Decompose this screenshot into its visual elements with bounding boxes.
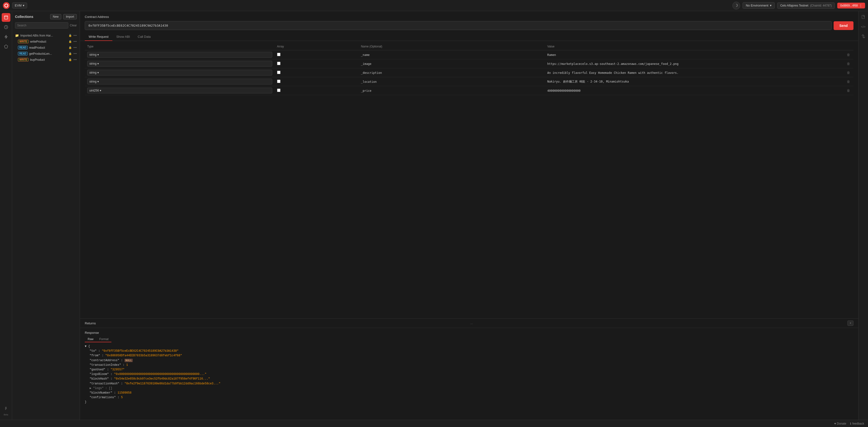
array-checkbox[interactable] [277,53,280,56]
new-button[interactable]: New [50,14,61,20]
type-select[interactable]: uint256 ▾ [87,88,272,93]
sidebar-item-diamond[interactable] [2,42,10,51]
item-more-icon[interactable]: ••• [73,46,77,50]
item-more-icon[interactable]: ••• [73,58,77,62]
list-item[interactable]: WRITE buyProduct 🔒 ••• [12,57,80,63]
item-name: getProductsLen... [29,52,67,56]
donate-heart-icon: ♥ [834,422,836,425]
evm-selector[interactable]: EVM ▾ [12,2,27,8]
content-scrollable: Type Array Name (Optional) Value [80,41,858,420]
param-value-input[interactable] [547,53,841,57]
table-row: string ▾ _image 🗑 [85,59,854,68]
contract-address-row: Send [85,21,854,30]
delete-row-button[interactable]: 🗑 [846,52,851,57]
table-row: string ▾ _description 🗑 [85,68,854,77]
tab-write-request[interactable]: Write Request [85,33,113,41]
chain-id: (ChainId: 44787) [810,4,832,7]
response-label: Response [85,331,854,334]
param-value-input[interactable] [547,71,841,74]
wallet-button[interactable]: 0x8869...4f68 ⋮ [837,3,865,8]
col-value: Value [545,43,843,51]
file-icon[interactable] [860,13,867,21]
contract-address-section: Contract Address Send [80,11,858,33]
returns-label: Returns [85,322,96,325]
clear-button[interactable]: Clear [70,24,77,27]
lock-icon: 🔒 [68,34,72,37]
tab-call-data[interactable]: Call Data [134,33,155,41]
item-lock-icon: 🔒 [68,40,72,43]
chevron-down-icon: ▾ [97,80,99,83]
feedback-link[interactable]: ℹ feedback [850,422,864,425]
evm-chevron: ▾ [23,4,25,7]
collection-group: 📁 Imported ABIs from Har... 🔒 ••• WRITE … [12,31,80,64]
list-item[interactable]: READ getProductsLen... 🔒 ••• [12,51,80,57]
type-select[interactable]: string ▾ [87,52,272,58]
param-value-input[interactable] [547,89,841,93]
app-logo [3,2,10,9]
item-lock-icon: 🔒 [68,46,72,49]
sidebar-item-collections[interactable] [2,13,10,22]
collections-header: Collections New Import [12,11,80,21]
search-input[interactable] [15,22,68,29]
main-content: Contract Address Send Write Request Show… [80,11,858,420]
svg-marker-5 [5,35,7,38]
evm-label: EVM [15,4,22,7]
env-label: No Environment [746,4,768,7]
response-tab-format[interactable]: Format [96,336,112,342]
item-more-icon[interactable]: ••• [73,52,77,56]
environment-selector[interactable]: No Environment ▾ [743,2,775,9]
search-row: Clear [12,21,80,31]
feedback-label: feedback [852,422,864,425]
list-item[interactable]: READ readProduct 🔒 ••• [12,44,80,51]
response-tab-raw[interactable]: Raw [85,336,96,342]
array-checkbox[interactable] [277,89,280,92]
col-array: Array [275,43,359,51]
donate-label: Donate [837,422,846,425]
import-button[interactable]: Import [63,14,77,20]
response-tabs: Raw Format [85,336,112,342]
type-select[interactable]: string ▾ [87,70,272,75]
type-select[interactable]: string ▾ [87,79,272,85]
collection-group-header[interactable]: 📁 Imported ABIs from Har... 🔒 ••• [12,32,80,38]
param-name: _price [361,89,371,93]
donate-link[interactable]: ♥ Donate [834,422,846,425]
delete-row-button[interactable]: 🗑 [846,70,851,75]
send-button[interactable]: Send [834,21,854,30]
chevron-down-icon: ▾ [97,62,99,65]
array-checkbox[interactable] [277,79,280,83]
tab-show-abi[interactable]: Show ABI [113,33,134,41]
sidebar-item-flash[interactable] [2,32,10,41]
item-name: buyProduct [30,58,67,62]
params-section: Type Array Name (Optional) Value [80,41,858,318]
array-checkbox[interactable] [277,62,280,65]
delete-row-button[interactable]: 🗑 [846,88,851,93]
add-return-button[interactable]: + [847,321,854,326]
delete-row-button[interactable]: 🗑 [846,61,851,66]
col-name: Name (Optional) [359,43,545,51]
delete-row-button[interactable]: 🗑 [846,79,851,84]
theme-toggle[interactable]: ☽ [733,2,740,9]
chevron-down-icon: ▾ [97,53,99,56]
array-checkbox[interactable] [277,71,280,74]
collections-sidebar: Collections New Import Clear 📁 Imported … [12,11,80,420]
table-row: string ▾ _location 🗑 [85,77,854,86]
method-badge-write: WRITE [18,40,29,43]
contract-address-label: Contract Address [85,15,854,19]
param-value-input[interactable] [547,80,841,84]
code-icon[interactable]: </> [860,23,867,31]
table-row: string ▾ _name 🗑 [85,51,854,59]
sidebar-item-beta[interactable]: β [2,404,10,413]
more-icon[interactable]: ••• [73,34,77,37]
type-select[interactable]: string ▾ [87,61,272,67]
item-more-icon[interactable]: ••• [73,40,77,43]
col-type: Type [85,43,275,51]
list-item[interactable]: WRITE writeProduct 🔒 ••• [12,38,80,44]
contract-address-input[interactable] [85,21,832,30]
sidebar-item-history[interactable] [2,23,10,31]
swap-icon[interactable] [860,32,867,40]
param-value-input[interactable] [547,62,841,66]
chain-selector[interactable]: Celo Alfajores Testnet (ChainId: 44787) [777,2,835,9]
main-layout: β Beta Collections New Import Clear 📁 Im… [0,11,868,420]
group-name: Imported ABIs from Har... [20,34,67,37]
chevron-down-icon: ▾ [100,89,101,92]
